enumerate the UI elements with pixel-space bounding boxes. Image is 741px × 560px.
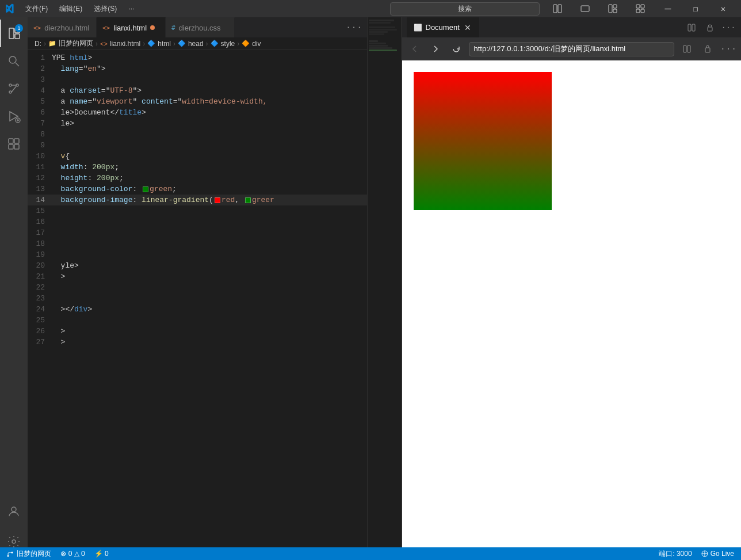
activity-search[interactable] <box>0 47 28 75</box>
svg-point-13 <box>9 56 16 63</box>
line-content-12: height: 200px; <box>52 173 367 184</box>
line-content-2: lang="en"> <box>52 63 367 74</box>
line-content-26: > <box>52 326 367 337</box>
browser-split-view[interactable] <box>683 20 700 36</box>
svg-point-27 <box>12 507 16 512</box>
svg-rect-7 <box>641 5 644 8</box>
browser-panel-more[interactable]: ··· <box>720 41 736 57</box>
menu-edit[interactable]: 编辑(E) <box>55 3 87 15</box>
breadcrumb-item-html[interactable]: html <box>158 40 171 48</box>
activity-run[interactable] <box>0 102 28 130</box>
activity-source-control[interactable] <box>0 75 28 102</box>
code-line-1: 1 YPE html> <box>28 52 367 63</box>
tab-lianxi-html[interactable]: <> lianxi.html <box>97 17 166 37</box>
window-layout-3[interactable] <box>599 0 626 17</box>
line-content-8 <box>52 129 367 140</box>
breadcrumb-item-head[interactable]: head <box>188 40 204 48</box>
code-editor[interactable]: 1 YPE html> 2 lang="en"> 3 4 a charset="… <box>28 50 367 560</box>
activity-account[interactable] <box>0 498 28 525</box>
app-logo <box>5 3 16 14</box>
title-search[interactable]: 搜索 <box>390 2 540 16</box>
browser-panel: ⬜ Document ✕ <box>402 17 742 560</box>
breadcrumb-item-file[interactable]: lianxi.html <box>110 40 140 48</box>
line-num-19: 19 <box>28 249 52 260</box>
browser-panel-btn-1[interactable] <box>679 41 695 57</box>
window: 1 <box>0 17 741 560</box>
browser-lock[interactable] <box>702 20 718 36</box>
breadcrumb-sep-5: › <box>206 40 208 48</box>
code-line-6: 6 le>Document</title> <box>28 107 367 118</box>
menu-file[interactable]: 文件(F) <box>21 3 52 15</box>
breadcrumb-item-style[interactable]: style <box>221 40 235 48</box>
breadcrumb-sep-6: › <box>237 40 239 48</box>
line-content-16 <box>52 216 367 227</box>
line-content-9 <box>52 140 367 151</box>
menu-select[interactable]: 选择(S) <box>89 3 121 15</box>
line-content-6: le>Document</title> <box>52 107 367 118</box>
svg-point-35 <box>7 555 9 557</box>
activity-extensions[interactable] <box>0 130 28 158</box>
code-line-7: 7 le> <box>28 118 367 129</box>
line-num-15: 15 <box>28 205 52 216</box>
maximize-button[interactable]: ❐ <box>682 0 709 17</box>
menu-more[interactable]: ··· <box>124 3 139 14</box>
svg-line-14 <box>16 63 19 66</box>
window-layout-4[interactable] <box>627 0 654 17</box>
svg-rect-2 <box>581 6 589 12</box>
status-golive[interactable]: Go Live <box>699 550 736 558</box>
status-notifications[interactable]: ⚡ 0 <box>92 550 111 558</box>
menu-bar: 文件(F) 编辑(E) 选择(S) ··· <box>21 3 385 15</box>
line-content-27: > <box>52 337 367 348</box>
svg-rect-30 <box>692 24 695 31</box>
activity-bar: 1 <box>0 17 28 560</box>
status-errors[interactable]: ⊗ 0 △ 0 <box>58 550 87 558</box>
code-line-17: 17 <box>28 227 367 238</box>
code-line-10: 10 v{ <box>28 151 367 162</box>
line-num-3: 3 <box>28 74 52 85</box>
browser-tab-close[interactable]: ✕ <box>463 23 472 32</box>
tab-dierzhou-css[interactable]: # dierzhou.css <box>166 17 235 37</box>
svg-rect-24 <box>14 139 19 143</box>
line-content-17 <box>52 227 367 238</box>
tabs-overflow-btn[interactable]: ··· <box>341 22 367 33</box>
minimap <box>367 17 402 560</box>
svg-rect-12 <box>15 34 20 39</box>
line-num-23: 23 <box>28 293 52 304</box>
browser-tab-document[interactable]: ⬜ Document ✕ <box>407 17 480 37</box>
breadcrumb-item-root[interactable]: D: <box>35 40 41 48</box>
svg-point-17 <box>9 84 12 86</box>
status-port[interactable]: 端口: 3000 <box>656 549 694 559</box>
line-num-9: 9 <box>28 140 52 151</box>
browser-reload-btn[interactable] <box>448 41 464 57</box>
svg-rect-10 <box>9 28 14 39</box>
browser-back-btn[interactable] <box>407 41 423 57</box>
close-button[interactable]: ✕ <box>710 0 736 17</box>
code-line-24: 24 ></div> <box>28 304 367 315</box>
status-git[interactable]: 旧梦的网页 <box>5 549 54 559</box>
line-content-7: le> <box>52 118 367 129</box>
code-line-20: 20 yle> <box>28 260 367 271</box>
svg-rect-25 <box>9 144 13 149</box>
tab-modified-dot <box>150 25 155 30</box>
minimize-button[interactable]: — <box>655 0 681 17</box>
breadcrumb-sep-1: › <box>44 40 46 48</box>
line-content-15 <box>52 205 367 216</box>
activity-explorer[interactable]: 1 <box>0 20 28 47</box>
browser-tab-icon: ⬜ <box>414 24 422 32</box>
browser-forward-btn[interactable] <box>427 41 444 57</box>
tab-dierzhou-html[interactable]: <> dierzhou.html <box>28 17 97 37</box>
line-content-4: a charset="UTF-8"> <box>52 85 367 96</box>
breadcrumb-item-folder[interactable]: 旧梦的网页 <box>59 39 93 48</box>
breadcrumb-item-div[interactable]: div <box>252 40 261 48</box>
code-line-25: 25 <box>28 315 367 326</box>
browser-panel-btn-2[interactable] <box>700 41 716 57</box>
code-line-18: 18 <box>28 238 367 249</box>
line-num-16: 16 <box>28 216 52 227</box>
window-layout-1[interactable] <box>544 0 571 17</box>
tab-label-lianxi: lianxi.html <box>113 24 147 32</box>
line-num-21: 21 <box>28 271 52 282</box>
window-layout-2[interactable] <box>572 0 598 17</box>
browser-more[interactable]: ··· <box>720 20 736 36</box>
line-content-21: > <box>52 271 367 282</box>
browser-address-bar[interactable] <box>469 42 675 56</box>
